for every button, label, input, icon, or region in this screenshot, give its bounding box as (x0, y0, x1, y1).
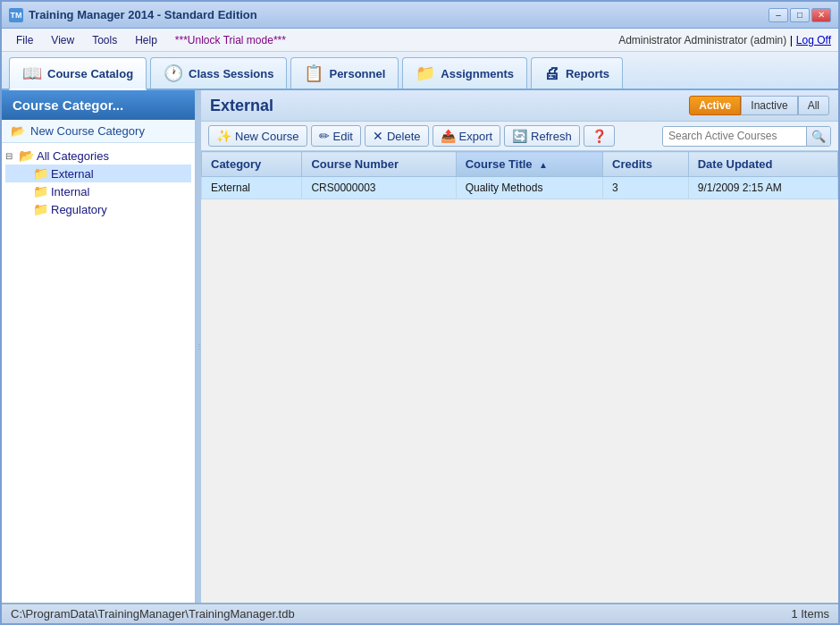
cell-category: External (202, 177, 302, 199)
panel-title: External (210, 97, 273, 115)
reports-icon: 🖨 (544, 64, 560, 83)
main-content: Course Categor... 📂 New Course Category … (2, 90, 838, 603)
menu-file[interactable]: File (9, 32, 40, 48)
menu-help[interactable]: Help (128, 32, 164, 48)
new-course-button[interactable]: ✨ New Course (208, 125, 307, 147)
refresh-label: Refresh (531, 130, 572, 143)
table-row[interactable]: External CRS0000003 Quality Methods 3 9/… (202, 177, 838, 199)
table-header-row: Category Course Number Course Title ▲ Cr… (202, 152, 838, 177)
tree-item-regulatory[interactable]: 📁 Regulatory (5, 200, 191, 218)
tree-item-external[interactable]: 📁 External (5, 165, 191, 182)
export-button[interactable]: 📤 Export (433, 125, 501, 147)
app-icon: TM (9, 8, 23, 22)
tab-personnel[interactable]: 📋 Personnel (290, 57, 399, 89)
expander-icon: ⊟ (5, 151, 16, 161)
sidebar-title: Course Categor... (2, 90, 195, 120)
cell-date-updated: 9/1/2009 2:15 AM (688, 177, 837, 199)
new-category-button[interactable]: 📂 New Course Category (2, 120, 195, 143)
status-active-button[interactable]: Active (689, 96, 741, 115)
search-box: 🔍 (662, 126, 831, 147)
close-button[interactable]: ✕ (811, 8, 831, 22)
col-header-category[interactable]: Category (202, 152, 302, 177)
status-inactive-button[interactable]: Inactive (741, 96, 797, 115)
status-all-button[interactable]: All (798, 96, 829, 115)
new-course-label: New Course (235, 130, 299, 143)
maximize-button[interactable]: □ (790, 8, 810, 22)
cell-course-title: Quality Methods (456, 177, 602, 199)
cell-course-number: CRS0000003 (302, 177, 456, 199)
assignments-icon: 📁 (416, 63, 435, 83)
panel-header: External Active Inactive All (201, 90, 838, 122)
tree-label-all-categories: All Categories (37, 149, 109, 163)
minimize-button[interactable]: – (769, 8, 788, 22)
sidebar: Course Categor... 📂 New Course Category … (2, 90, 197, 603)
status-items: 1 Items (791, 607, 829, 621)
delete-icon: ✕ (373, 129, 383, 143)
tab-class-sessions[interactable]: 🕐 Class Sessions (150, 57, 287, 89)
tab-course-catalog[interactable]: 📖 Course Catalog (9, 57, 147, 90)
tab-reports-label: Reports (566, 67, 609, 80)
menu-unlock[interactable]: ***Unlock Trial mode*** (168, 32, 293, 48)
help-button[interactable]: ❓ (584, 125, 615, 147)
export-label: Export (459, 130, 493, 143)
tree-label-regulatory: Regulatory (51, 203, 107, 216)
logoff-link[interactable]: Log Off (796, 34, 831, 46)
col-header-date-updated[interactable]: Date Updated (688, 152, 837, 177)
action-toolbar: ✨ New Course ✏ Edit ✕ Delete 📤 Export 🔄 … (201, 122, 838, 151)
window-title: Training Manager 2014 - Standard Edition (29, 8, 257, 21)
tree-item-internal[interactable]: 📁 Internal (5, 182, 191, 200)
folder-icon: 📁 (33, 202, 48, 216)
course-catalog-icon: 📖 (22, 63, 42, 83)
delete-label: Delete (387, 130, 421, 143)
edit-icon: ✏ (319, 129, 330, 143)
refresh-button[interactable]: 🔄 Refresh (504, 125, 580, 147)
sort-arrow-icon: ▲ (539, 160, 548, 170)
col-header-course-number[interactable]: Course Number (302, 152, 456, 177)
category-tree: ⊟ 📂 All Categories 📁 External 📁 Internal… (2, 143, 195, 603)
folder-icon: 📁 (33, 184, 48, 198)
edit-label: Edit (333, 130, 353, 143)
tab-class-sessions-label: Class Sessions (189, 67, 273, 80)
delete-button[interactable]: ✕ Delete (365, 125, 429, 147)
tab-assignments[interactable]: 📁 Assignments (402, 57, 527, 89)
menu-view[interactable]: View (44, 32, 81, 48)
courses-table-container: Category Course Number Course Title ▲ Cr… (201, 151, 838, 603)
right-panel: External Active Inactive All ✨ New Cours… (201, 90, 838, 603)
search-input[interactable] (663, 127, 806, 145)
admin-info: Administrator Administrator (admin) (618, 34, 786, 46)
courses-table: Category Course Number Course Title ▲ Cr… (201, 151, 838, 199)
menu-items: File View Tools Help ***Unlock Trial mod… (9, 32, 293, 48)
menu-tools[interactable]: Tools (85, 32, 124, 48)
edit-button[interactable]: ✏ Edit (311, 125, 361, 147)
tab-course-catalog-label: Course Catalog (47, 67, 133, 80)
personnel-icon: 📋 (304, 63, 323, 83)
menu-bar: File View Tools Help ***Unlock Trial mod… (2, 29, 838, 52)
export-icon: 📤 (441, 129, 456, 143)
main-toolbar: 📖 Course Catalog 🕐 Class Sessions 📋 Pers… (2, 52, 838, 90)
class-sessions-icon: 🕐 (164, 63, 183, 83)
status-buttons: Active Inactive All (689, 96, 829, 115)
folder-plus-icon: 📂 (11, 124, 25, 138)
folder-icon: 📂 (19, 148, 34, 163)
tree-item-all-categories[interactable]: ⊟ 📂 All Categories (5, 147, 191, 165)
folder-icon: 📁 (33, 166, 48, 181)
window-controls: – □ ✕ (769, 8, 831, 22)
cell-credits: 3 (603, 177, 689, 199)
col-header-course-title[interactable]: Course Title ▲ (456, 152, 602, 177)
status-path: C:\ProgramData\TrainingManager\TrainingM… (11, 607, 295, 621)
new-course-icon: ✨ (216, 129, 231, 143)
tree-label-internal: Internal (51, 185, 89, 198)
admin-section: Administrator Administrator (admin) | Lo… (618, 33, 831, 46)
status-bar: C:\ProgramData\TrainingManager\TrainingM… (2, 603, 838, 623)
tab-reports[interactable]: 🖨 Reports (531, 57, 623, 89)
tree-label-external: External (51, 167, 94, 181)
refresh-icon: 🔄 (512, 129, 527, 143)
search-button[interactable]: 🔍 (806, 127, 830, 146)
help-icon: ❓ (592, 129, 607, 143)
new-category-label: New Course Category (30, 124, 145, 138)
tab-assignments-label: Assignments (441, 67, 514, 80)
tab-personnel-label: Personnel (329, 67, 385, 80)
col-header-credits[interactable]: Credits (603, 152, 689, 177)
title-bar: TM Training Manager 2014 - Standard Edit… (2, 2, 838, 29)
